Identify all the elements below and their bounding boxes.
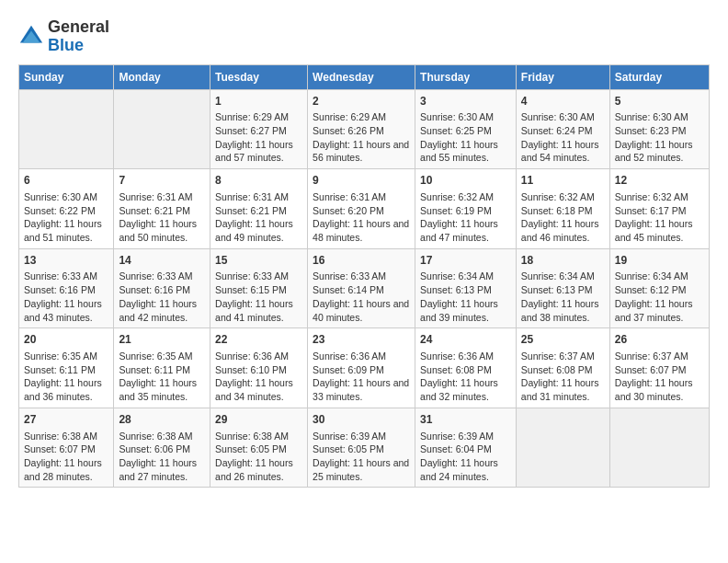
day-info: Sunset: 6:08 PM — [521, 363, 605, 377]
calendar-cell: 16Sunrise: 6:33 AMSunset: 6:14 PMDayligh… — [308, 248, 415, 328]
day-info: Daylight: 11 hours and 34 minutes. — [215, 376, 302, 403]
calendar-week-row: 20Sunrise: 6:35 AMSunset: 6:11 PMDayligh… — [19, 328, 710, 408]
day-info: Sunset: 6:14 PM — [313, 283, 410, 297]
day-info: Daylight: 11 hours and 47 minutes. — [420, 217, 511, 244]
day-info: Sunrise: 6:31 AM — [215, 190, 302, 204]
day-info: Sunrise: 6:30 AM — [24, 190, 108, 204]
day-info: Sunset: 6:05 PM — [313, 442, 410, 456]
day-info: Sunset: 6:16 PM — [119, 283, 205, 297]
day-info: Sunrise: 6:31 AM — [119, 190, 205, 204]
day-info: Daylight: 11 hours and 54 minutes. — [521, 138, 605, 165]
day-info: Sunset: 6:08 PM — [420, 363, 511, 377]
day-number: 19 — [615, 253, 704, 269]
calendar-cell: 15Sunrise: 6:33 AMSunset: 6:15 PMDayligh… — [210, 248, 308, 328]
day-info: Sunrise: 6:30 AM — [521, 110, 605, 124]
day-number: 13 — [24, 253, 108, 269]
day-info: Sunrise: 6:34 AM — [521, 270, 605, 283]
day-info: Sunrise: 6:36 AM — [420, 350, 511, 363]
calendar-cell: 9Sunrise: 6:31 AMSunset: 6:20 PMDaylight… — [308, 169, 415, 249]
calendar-cell: 6Sunrise: 6:30 AMSunset: 6:22 PMDaylight… — [19, 169, 114, 249]
day-number: 28 — [119, 412, 205, 428]
day-number: 30 — [313, 412, 410, 428]
day-number: 26 — [615, 332, 704, 348]
day-info: Daylight: 11 hours and 36 minutes. — [24, 376, 108, 403]
day-number: 8 — [215, 173, 302, 189]
day-info: Daylight: 11 hours and 46 minutes. — [521, 217, 605, 244]
calendar-week-row: 1Sunrise: 6:29 AMSunset: 6:27 PMDaylight… — [19, 89, 710, 169]
calendar-cell: 14Sunrise: 6:33 AMSunset: 6:16 PMDayligh… — [114, 248, 210, 328]
calendar-cell — [609, 408, 709, 488]
day-number: 25 — [521, 332, 605, 348]
day-info: Sunrise: 6:39 AM — [313, 430, 410, 443]
day-info: Sunset: 6:20 PM — [313, 204, 410, 218]
day-info: Sunset: 6:13 PM — [420, 283, 511, 297]
day-info: Daylight: 11 hours and 39 minutes. — [420, 297, 511, 324]
day-info: Sunrise: 6:37 AM — [615, 350, 704, 363]
day-info: Sunset: 6:19 PM — [420, 204, 511, 218]
day-info: Daylight: 11 hours and 55 minutes. — [420, 138, 511, 165]
day-info: Sunrise: 6:38 AM — [215, 430, 302, 443]
day-number: 29 — [215, 412, 302, 428]
day-info: Sunset: 6:21 PM — [119, 204, 205, 218]
calendar-cell: 26Sunrise: 6:37 AMSunset: 6:07 PMDayligh… — [609, 328, 709, 408]
day-info: Daylight: 11 hours and 49 minutes. — [215, 217, 302, 244]
day-info: Daylight: 11 hours and 31 minutes. — [521, 376, 605, 403]
day-info: Daylight: 11 hours and 51 minutes. — [24, 217, 108, 244]
calendar-table: SundayMondayTuesdayWednesdayThursdayFrid… — [18, 64, 710, 488]
day-number: 7 — [119, 173, 205, 189]
day-info: Sunrise: 6:32 AM — [521, 190, 605, 204]
day-number: 23 — [313, 332, 410, 348]
day-info: Sunrise: 6:34 AM — [615, 270, 704, 283]
day-info: Sunset: 6:18 PM — [521, 204, 605, 218]
logo-text: General Blue — [48, 18, 109, 55]
day-info: Daylight: 11 hours and 24 minutes. — [420, 456, 511, 483]
calendar-cell: 7Sunrise: 6:31 AMSunset: 6:21 PMDaylight… — [114, 169, 210, 249]
calendar-cell: 21Sunrise: 6:35 AMSunset: 6:11 PMDayligh… — [114, 328, 210, 408]
day-info: Daylight: 11 hours and 40 minutes. — [313, 297, 410, 324]
day-number: 31 — [420, 412, 511, 428]
calendar-cell — [114, 89, 210, 169]
calendar-cell: 5Sunrise: 6:30 AMSunset: 6:23 PMDaylight… — [609, 89, 709, 169]
calendar-header-row: SundayMondayTuesdayWednesdayThursdayFrid… — [19, 64, 710, 89]
day-info: Daylight: 11 hours and 43 minutes. — [24, 297, 108, 324]
day-info: Sunrise: 6:36 AM — [215, 350, 302, 363]
calendar-cell: 27Sunrise: 6:38 AMSunset: 6:07 PMDayligh… — [19, 408, 114, 488]
day-info: Sunset: 6:24 PM — [521, 124, 605, 138]
calendar-cell: 4Sunrise: 6:30 AMSunset: 6:24 PMDaylight… — [516, 89, 609, 169]
calendar-cell: 25Sunrise: 6:37 AMSunset: 6:08 PMDayligh… — [516, 328, 609, 408]
calendar-cell: 31Sunrise: 6:39 AMSunset: 6:04 PMDayligh… — [415, 408, 517, 488]
day-header-tuesday: Tuesday — [210, 64, 308, 89]
day-info: Daylight: 11 hours and 33 minutes. — [313, 376, 410, 403]
day-info: Daylight: 11 hours and 56 minutes. — [313, 138, 410, 165]
day-info: Daylight: 11 hours and 57 minutes. — [215, 138, 302, 165]
day-info: Sunset: 6:04 PM — [420, 442, 511, 456]
day-number: 15 — [215, 253, 302, 269]
day-number: 14 — [119, 253, 205, 269]
day-header-wednesday: Wednesday — [308, 64, 415, 89]
calendar-cell: 2Sunrise: 6:29 AMSunset: 6:26 PMDaylight… — [308, 89, 415, 169]
day-info: Sunset: 6:17 PM — [615, 204, 704, 218]
day-info: Daylight: 11 hours and 52 minutes. — [615, 138, 704, 165]
day-number: 1 — [215, 94, 302, 109]
day-info: Daylight: 11 hours and 41 minutes. — [215, 297, 302, 324]
day-info: Sunrise: 6:34 AM — [420, 270, 511, 283]
calendar-cell: 17Sunrise: 6:34 AMSunset: 6:13 PMDayligh… — [415, 248, 517, 328]
calendar-week-row: 27Sunrise: 6:38 AMSunset: 6:07 PMDayligh… — [19, 408, 710, 488]
calendar-week-row: 6Sunrise: 6:30 AMSunset: 6:22 PMDaylight… — [19, 169, 710, 249]
day-number: 17 — [420, 253, 511, 269]
day-info: Sunrise: 6:33 AM — [119, 270, 205, 283]
day-number: 18 — [521, 253, 605, 269]
day-number: 24 — [420, 332, 511, 348]
day-number: 6 — [24, 173, 108, 189]
day-info: Sunrise: 6:33 AM — [24, 270, 108, 283]
day-number: 2 — [313, 94, 410, 109]
day-info: Sunset: 6:10 PM — [215, 363, 302, 377]
day-info: Sunset: 6:07 PM — [615, 363, 704, 377]
day-info: Sunset: 6:25 PM — [420, 124, 511, 138]
day-header-saturday: Saturday — [609, 64, 709, 89]
day-info: Sunset: 6:13 PM — [521, 283, 605, 297]
calendar-cell: 3Sunrise: 6:30 AMSunset: 6:25 PMDaylight… — [415, 89, 517, 169]
day-info: Sunrise: 6:38 AM — [24, 430, 108, 443]
day-info: Sunset: 6:22 PM — [24, 204, 108, 218]
calendar-cell: 11Sunrise: 6:32 AMSunset: 6:18 PMDayligh… — [516, 169, 609, 249]
